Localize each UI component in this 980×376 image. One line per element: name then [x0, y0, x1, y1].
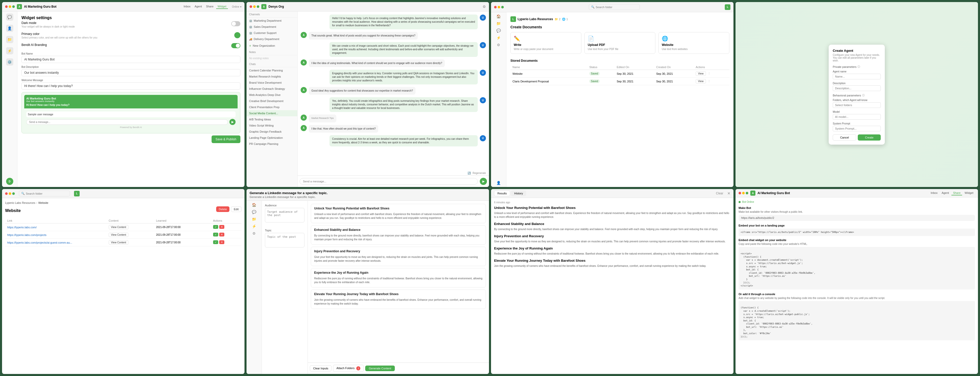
doc-view-button[interactable]: View [696, 71, 706, 76]
doc-more-icon[interactable]: ⋮ [708, 72, 711, 75]
sidebar-item-brand-voice[interactable]: Brand Voice Development [247, 79, 298, 86]
sidebar-item-client-pres[interactable]: Client Presentation Prep [247, 104, 298, 110]
chat-input[interactable] [300, 178, 478, 185]
sidebar-item-delivery[interactable]: 🚚 Delivery Department [247, 36, 298, 42]
doc-card-website[interactable]: 🌐 Website Use text from websites [659, 32, 729, 54]
widget-code[interactable]: <script> (function() { var s = document.… [738, 247, 975, 290]
p3-settings-icon[interactable]: ⚙ [497, 43, 500, 47]
link-action-green[interactable]: ✓ [213, 225, 218, 229]
p6-chat-icon[interactable]: 💬 [252, 210, 256, 214]
view-content-button[interactable]: View Content [109, 240, 128, 244]
sidebar-icon-grid[interactable]: ⚡ [6, 47, 13, 54]
breadcrumb-lyperio[interactable]: Lyperio Labs Resources [5, 201, 35, 204]
sidebar-item-landing-page[interactable]: Landing Page Optimization [247, 135, 298, 141]
create-button[interactable]: Create [858, 135, 881, 141]
sidebar-item-marketing[interactable]: 🏢 Marketing Department [247, 17, 298, 24]
p3-grid-icon[interactable]: ⚡ [496, 36, 501, 40]
sidebar-item-pr-campaign[interactable]: PR Campaign Planning [247, 141, 298, 147]
sidebar-item-influencer[interactable]: Influencer Outreach Strategy [247, 86, 298, 92]
regenerate-label[interactable]: Regenerate [473, 172, 486, 175]
primary-color-dot[interactable] [234, 32, 240, 38]
history-tab-button[interactable]: History [511, 190, 526, 196]
p8-tab-agent[interactable]: Agent [940, 191, 951, 195]
sidebar-item-market-res[interactable]: Market Research Insights [247, 73, 298, 79]
branding-toggle[interactable] [231, 43, 240, 48]
system-prompt-input[interactable] [833, 126, 881, 132]
doc-view-button[interactable]: View [696, 79, 706, 83]
tab-widget[interactable]: Widget [216, 4, 228, 9]
p8-tab-inbox[interactable]: Inbox [929, 191, 939, 195]
sidebar-item-graphic-design[interactable]: Graphic Design Feedback [247, 129, 298, 135]
doc-card-pdf[interactable]: 📄 Upload PDF Use text from your PDF file [584, 32, 655, 54]
p6-home-icon[interactable]: 🏠 [252, 203, 256, 207]
sidebar-item-creative[interactable]: Creative Brief Development [247, 98, 298, 104]
results-tab-button[interactable]: Results [494, 190, 510, 196]
sidebar-icon-user[interactable]: 👤 [6, 25, 13, 32]
preview-send-button[interactable]: ▶ [229, 119, 235, 125]
user-avatar-5: U [480, 70, 486, 76]
link-action-red[interactable]: ✕ [219, 225, 224, 229]
sidebar-item-content-cal[interactable]: Content Calendar Planning [247, 67, 298, 73]
sidebar-item-sales[interactable]: 🏢 Sales Department [247, 24, 298, 30]
sidebar-icon-settings[interactable]: ⚙️ [6, 59, 13, 65]
tab-agent[interactable]: Agent [193, 4, 204, 9]
p8-tab-share[interactable]: Share [951, 191, 962, 195]
preview-send-input[interactable] [26, 119, 228, 125]
results-section-title: Injury Prevention and Recovery [494, 234, 730, 238]
p3-avatar-icon[interactable]: 👤 [496, 181, 501, 185]
doc-more-icon[interactable]: ⋮ [708, 79, 711, 82]
delete-website-button[interactable]: Delete [216, 206, 229, 212]
doc-card-write[interactable]: ✏️ Write Write or copy paste your docume… [511, 32, 581, 54]
p6-folder-icon[interactable]: 📁 [252, 217, 256, 221]
clear-button[interactable]: Clear [716, 192, 723, 195]
view-content-button[interactable]: View Content [109, 233, 128, 237]
sidebar-icon-chat[interactable]: 💬 [6, 14, 13, 21]
agent-name-input[interactable] [833, 74, 881, 79]
bot-desc-input[interactable] [21, 69, 240, 76]
link-action-red[interactable]: ✕ [219, 240, 224, 244]
p3-chat-icon[interactable]: 💬 [496, 29, 501, 33]
sidebar-icon-folder[interactable]: 📁 [6, 36, 13, 43]
dark-mode-toggle[interactable] [231, 21, 240, 26]
tab-inbox[interactable]: Inbox [182, 4, 192, 9]
link-action-red[interactable]: ✕ [219, 233, 224, 236]
console-code[interactable]: (function() { var s = d.createElement('s… [738, 301, 975, 341]
p8-tab-widget[interactable]: Widget [963, 191, 975, 195]
p3-home-icon[interactable]: 🏠 [496, 14, 501, 18]
p6-settings-icon[interactable]: ⚙ [252, 232, 256, 235]
audience-input[interactable] [265, 208, 304, 222]
save-publish-button[interactable]: Save & Publish [212, 135, 240, 143]
write-title: Write [514, 43, 578, 47]
sidebar-item-support[interactable]: 🏢 Customer Support [247, 30, 298, 36]
view-content-button[interactable]: View Content [109, 225, 128, 229]
p2-settings-icon[interactable]: ⚙ [483, 5, 486, 9]
p3-search-input[interactable] [596, 6, 638, 9]
sidebar-item-social-media[interactable]: Social Media Content... [247, 110, 298, 116]
folders-input[interactable] [833, 102, 881, 108]
clear-inputs-button[interactable]: Clear Inputs [310, 365, 331, 371]
topic-input[interactable] [265, 233, 304, 247]
sidebar-item-new-org[interactable]: + New Organization [247, 42, 298, 49]
welcome-msg-input[interactable] [21, 82, 240, 90]
sidebar-item-ab-testing[interactable]: A/B Testing Ideas [247, 116, 298, 122]
chat-send-button[interactable]: ▶ [480, 178, 487, 185]
sidebar-item-web-analytics[interactable]: Web Analytics Deep Dive [247, 92, 298, 98]
edit-website-button[interactable]: Edit [231, 206, 242, 212]
model-input[interactable] [833, 114, 881, 120]
bot-desc-label: Bot Description [21, 65, 240, 68]
bot-name-input[interactable] [21, 56, 240, 63]
attach-folders-button[interactable]: Attach Folders 1 [333, 365, 364, 372]
p6-grid-icon[interactable]: ⚡ [252, 224, 256, 228]
description-input[interactable] [833, 86, 881, 91]
tab-share[interactable]: Share [204, 4, 215, 9]
close-results-button[interactable]: ✕ [727, 191, 730, 195]
p5-search-input[interactable] [26, 192, 68, 195]
bot-public-url[interactable]: https://laris.ai/bots/public/2 [738, 215, 975, 221]
p3-folder-icon[interactable]: 📁 [496, 21, 501, 25]
link-action-green[interactable]: ✓ [213, 233, 218, 236]
sidebar-item-video-script[interactable]: Video Script Writing [247, 122, 298, 129]
link-action-green[interactable]: ✓ [213, 240, 218, 244]
cancel-button[interactable]: Cancel [833, 135, 856, 141]
generate-content-button[interactable]: Generate Content [365, 365, 395, 371]
iframe-code[interactable]: <iframe src="https://laris.ai/bots/publi… [738, 228, 975, 236]
